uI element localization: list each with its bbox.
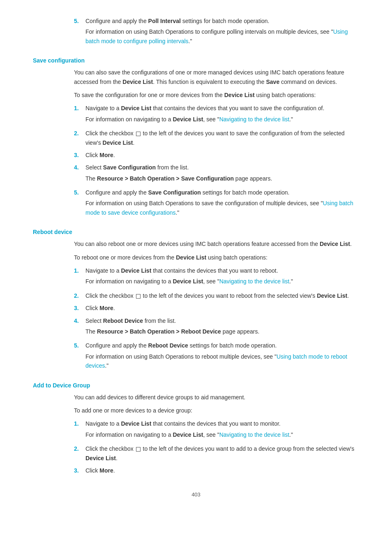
reboot-step-content-5: Configure and apply the Reboot Device se… (85, 341, 359, 372)
checkbox-icon-addgroup (136, 447, 141, 452)
save-config-intro2: To save the configuration for one or mor… (74, 90, 359, 100)
batch-reboot-link[interactable]: Using batch mode to reboot devices (85, 353, 347, 369)
device-list-bold-ag2: Device List (85, 455, 116, 461)
add-group-step-3: 3. Click More. (74, 466, 359, 475)
batch-save-link[interactable]: Using batch mode to save device configur… (85, 200, 353, 216)
reboot-step-1: 1. Navigate to a Device List that contai… (74, 266, 359, 288)
reboot-step-number-5: 5. (74, 341, 85, 372)
intro-step5-section: 5. Configure and apply the Poll Interval… (33, 16, 359, 47)
step-content-5-poll: Configure and apply the Poll Interval se… (85, 16, 359, 47)
device-list-bold-ag1: Device List (121, 420, 151, 427)
add-group-step1-note: For information on navigating to a Devic… (85, 430, 359, 439)
device-list-bold-1: Device List (122, 79, 153, 85)
save-step-content-3: Click More. (85, 151, 359, 160)
save-step-number-4: 4. (74, 163, 85, 185)
save-step4-note: The Resource > Batch Operation > Save Co… (85, 174, 359, 183)
reboot-device-heading: Reboot device (33, 229, 359, 235)
add-group-step-number-1: 1. (74, 419, 85, 441)
device-list-bold-2: Device List (103, 139, 133, 146)
reboot-intro1: You can also reboot one or more devices … (74, 239, 359, 248)
device-list-bold-agn1: Device List (173, 431, 203, 438)
reboot-step-5: 5. Configure and apply the Reboot Device… (74, 341, 359, 372)
device-list-bold-rn1: Device List (173, 278, 203, 285)
reboot-step-2: 2. Click the checkbox to the left of the… (74, 291, 359, 300)
add-to-device-group-section: Add to Device Group You can add devices … (33, 382, 359, 475)
add-group-step-number-3: 3. (74, 466, 85, 475)
save-step-content-2: Click the checkbox to the left of the de… (85, 129, 359, 147)
reboot-step-3: 3. Click More. (74, 304, 359, 313)
reboot-step-content-2: Click the checkbox to the left of the de… (85, 291, 359, 300)
add-group-intro2: To add one or more devices to a device g… (74, 406, 359, 415)
save-bold: Save (266, 79, 279, 85)
reboot-step4-note: The Resource > Batch Operation > Reboot … (85, 327, 359, 336)
reboot-step1-note: For information on navigating to a Devic… (85, 277, 359, 286)
add-group-intro1: You can add devices to different device … (74, 393, 359, 402)
more-bold-ag3: More (99, 467, 113, 474)
save-step-number-1: 1. (74, 104, 85, 125)
reboot-step-content-4: Select Reboot Device from the list. The … (85, 316, 359, 338)
reboot-steps: 1. Navigate to a Device List that contai… (74, 266, 359, 372)
save-step-content-4: Select Save Configuration from the list.… (85, 163, 359, 185)
device-list-bold-reboot2: Device List (176, 254, 206, 261)
resource-batch-reboot-bold: Resource > Batch Operation > Reboot Devi… (97, 328, 221, 335)
save-step-2: 2. Click the checkbox to the left of the… (74, 129, 359, 147)
navigating-device-list-link-3[interactable]: Navigating to the device list (219, 431, 289, 438)
checkbox-icon-reboot (136, 294, 141, 299)
save-configuration-heading: Save configuration (33, 57, 359, 64)
save-step1-note: For information on navigating to a Devic… (85, 115, 359, 124)
add-group-step-2: 2. Click the checkbox to the left of the… (74, 444, 359, 463)
reboot-step-number-2: 2. (74, 291, 85, 300)
poll-interval-bold: Poll Interval (148, 18, 181, 24)
reboot-step-number-3: 3. (74, 304, 85, 313)
save-step-number-5: 5. (74, 188, 85, 219)
more-bold-r3: More (99, 305, 113, 311)
reboot-step-number-1: 1. (74, 266, 85, 288)
save-step-3: 3. Click More. (74, 151, 359, 160)
add-group-step-content-1: Navigate to a Device List that contains … (85, 419, 359, 441)
reboot-device-bold-5: Reboot Device (148, 342, 188, 349)
add-group-steps: 1. Navigate to a Device List that contai… (74, 419, 359, 475)
reboot-step-4: 4. Select Reboot Device from the list. T… (74, 316, 359, 338)
save-configuration-bold: Save Configuration (103, 164, 156, 171)
navigating-device-list-link-1[interactable]: Navigating to the device list (219, 116, 289, 123)
save-step5-note: For information on using Batch Operation… (85, 199, 359, 217)
save-configuration-content: You can also save the configurations of … (74, 68, 359, 100)
checkbox-icon-save (136, 132, 141, 136)
device-list-bold-note: Device List (173, 116, 203, 123)
reboot-step5-note: For information on using Batch Operation… (85, 352, 359, 371)
reboot-device-section: Reboot device You can also reboot one or… (33, 229, 359, 372)
save-config-steps: 1. Navigate to a Device List that contai… (74, 104, 359, 219)
save-step-content-5: Configure and apply the Save Configurati… (85, 188, 359, 219)
add-to-device-group-content: You can add devices to different device … (74, 393, 359, 415)
device-list-bold-r1: Device List (121, 267, 151, 274)
page-container: 5. Configure and apply the Poll Interval… (0, 0, 392, 533)
navigating-device-list-link-2[interactable]: Navigating to the device list (219, 278, 289, 285)
save-step-content-1: Navigate to a Device List that contains … (85, 104, 359, 125)
reboot-step-number-4: 4. (74, 316, 85, 338)
save-step-number-2: 2. (74, 129, 85, 147)
reboot-intro2: To reboot one or more devices from the D… (74, 253, 359, 262)
add-group-step-content-3: Click More. (85, 466, 359, 475)
resource-batch-save-bold: Resource > Batch Operation > Save Config… (97, 175, 234, 182)
save-step-number-3: 3. (74, 151, 85, 160)
device-list-bold-2: Device List (224, 92, 255, 98)
reboot-device-content: You can also reboot one or more devices … (74, 239, 359, 262)
device-list-bold-reboot: Device List (320, 241, 350, 247)
add-group-step-content-2: Click the checkbox to the left of the de… (85, 444, 359, 463)
poll-interval-note: For information on using Batch Operation… (85, 27, 359, 46)
save-step-5: 5. Configure and apply the Save Configur… (74, 188, 359, 219)
reboot-step-content-1: Navigate to a Device List that contains … (85, 266, 359, 288)
page-number: 403 (33, 491, 359, 498)
save-config-bold: Save Configuration (148, 189, 201, 196)
poll-interval-link[interactable]: Using batch mode to configure polling in… (85, 28, 348, 44)
add-group-step-1: 1. Navigate to a Device List that contai… (74, 419, 359, 441)
add-to-device-group-heading: Add to Device Group (33, 382, 359, 389)
reboot-step-content-3: Click More. (85, 304, 359, 313)
step-number-5-poll: 5. (74, 16, 85, 47)
device-list-bold-r2: Device List (317, 292, 347, 299)
add-group-step-number-2: 2. (74, 444, 85, 463)
more-bold-1: More (99, 152, 113, 158)
save-step-1: 1. Navigate to a Device List that contai… (74, 104, 359, 125)
intro-step5-list: 5. Configure and apply the Poll Interval… (74, 16, 359, 47)
save-config-intro1: You can also save the configurations of … (74, 68, 359, 86)
